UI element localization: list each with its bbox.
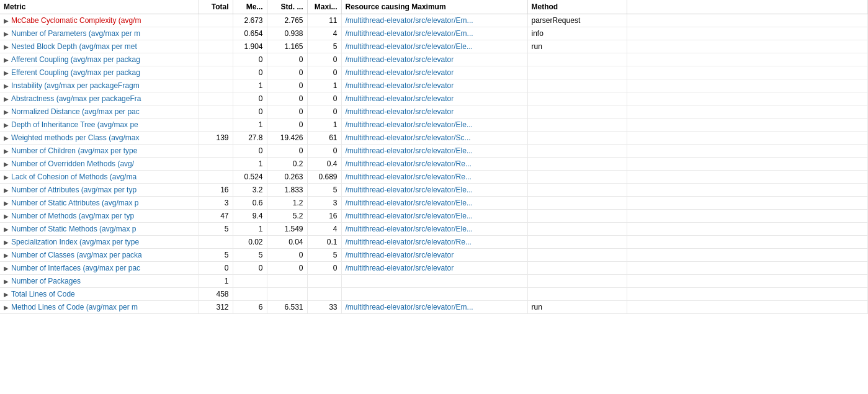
metric-cell[interactable]: ▶ McCabe Cyclomatic Complexity (avg/m	[0, 14, 199, 27]
table-row[interactable]: ▶ Normalized Distance (avg/max per pac 0…	[0, 105, 868, 119]
table-row[interactable]: ▶ Method Lines of Code (avg/max per m 31…	[0, 301, 868, 314]
expand-icon[interactable]: ▶	[4, 96, 9, 102]
col-header-method[interactable]: Method	[527, 0, 627, 14]
expand-icon[interactable]: ▶	[4, 304, 9, 311]
col-header-metric[interactable]: Metric	[0, 0, 199, 14]
metric-cell[interactable]: ▶ Instability (avg/max per packageFragm	[0, 79, 199, 92]
metric-cell[interactable]: ▶ Number of Children (avg/max per type	[0, 145, 199, 158]
expand-icon[interactable]: ▶	[4, 56, 9, 63]
metric-cell[interactable]: ▶ Lack of Cohesion of Methods (avg/ma	[0, 171, 199, 184]
expand-icon[interactable]: ▶	[4, 69, 9, 76]
metric-cell[interactable]: ▶ Specialization Index (avg/max per type	[0, 236, 199, 249]
metric-label[interactable]: Abstractness (avg/max per packageFra	[11, 94, 141, 103]
table-row[interactable]: ▶ McCabe Cyclomatic Complexity (avg/m 2.…	[0, 14, 868, 27]
metric-cell[interactable]: ▶ Number of Methods (avg/max per typ	[0, 210, 199, 223]
table-row[interactable]: ▶ Nested Block Depth (avg/max per met 1.…	[0, 40, 868, 53]
resource-cell[interactable]: /multithread-elevator/src/elevator/Ele..…	[341, 119, 527, 132]
table-row[interactable]: ▶ Number of Static Attributes (avg/max p…	[0, 197, 868, 210]
table-row[interactable]: ▶ Lack of Cohesion of Methods (avg/ma 0.…	[0, 171, 868, 184]
table-row[interactable]: ▶ Number of Children (avg/max per type 0…	[0, 145, 868, 158]
metric-cell[interactable]: ▶ Normalized Distance (avg/max per pac	[0, 105, 199, 119]
metric-label[interactable]: Number of Overridden Methods (avg/	[11, 159, 134, 168]
resource-cell[interactable]: /multithread-elevator/src/elevator/Ele..…	[341, 40, 527, 53]
col-header-mean[interactable]: Me...	[233, 0, 267, 14]
col-header-total[interactable]: Total	[199, 0, 233, 14]
metric-label[interactable]: Lack of Cohesion of Methods (avg/ma	[11, 172, 136, 181]
resource-cell[interactable]: /multithread-elevator/src/elevator	[341, 79, 527, 92]
table-row[interactable]: ▶ Number of Interfaces (avg/max per pac …	[0, 262, 868, 275]
metric-label[interactable]: Number of Interfaces (avg/max per pac	[11, 264, 140, 272]
expand-icon[interactable]: ▶	[4, 161, 9, 168]
expand-icon[interactable]: ▶	[4, 200, 9, 207]
expand-icon[interactable]: ▶	[4, 30, 9, 37]
metric-cell[interactable]: ▶ Number of Classes (avg/max per packa	[0, 249, 199, 262]
metric-label[interactable]: Normalized Distance (avg/max per pac	[11, 107, 140, 116]
expand-icon[interactable]: ▶	[4, 83, 9, 89]
expand-icon[interactable]: ▶	[4, 187, 9, 194]
resource-cell[interactable]: /multithread-elevator/src/elevator/Em...	[341, 14, 527, 27]
metric-label[interactable]: Number of Packages	[11, 277, 81, 285]
metric-label[interactable]: Method Lines of Code (avg/max per m	[11, 303, 138, 311]
metric-label[interactable]: Number of Static Methods (avg/max p	[11, 225, 136, 233]
resource-cell[interactable]: /multithread-elevator/src/elevator	[341, 105, 527, 119]
expand-icon[interactable]: ▶	[4, 122, 9, 128]
metric-label[interactable]: Instability (avg/max per packageFragm	[11, 81, 140, 90]
metric-label[interactable]: Depth of Inheritance Tree (avg/max pe	[11, 120, 138, 129]
metric-label[interactable]: Afferent Coupling (avg/max per packag	[11, 55, 140, 64]
resource-cell[interactable]: /multithread-elevator/src/elevator	[341, 92, 527, 105]
table-row[interactable]: ▶ Specialization Index (avg/max per type…	[0, 236, 868, 249]
resource-cell[interactable]: /multithread-elevator/src/elevator/Ele..…	[341, 197, 527, 210]
metric-cell[interactable]: ▶ Number of Interfaces (avg/max per pac	[0, 262, 199, 275]
resource-cell[interactable]: /multithread-elevator/src/elevator/Re...	[341, 171, 527, 184]
metric-label[interactable]: Weighted methods per Class (avg/max	[11, 133, 140, 142]
expand-icon[interactable]: ▶	[4, 278, 9, 285]
metric-cell[interactable]: ▶ Number of Static Methods (avg/max p	[0, 223, 199, 236]
metric-cell[interactable]: ▶ Afferent Coupling (avg/max per packag	[0, 53, 199, 66]
expand-icon[interactable]: ▶	[4, 226, 9, 233]
metric-label[interactable]: Number of Methods (avg/max per typ	[11, 212, 134, 220]
metric-label[interactable]: Number of Attributes (avg/max per typ	[11, 186, 136, 194]
expand-icon[interactable]: ▶	[4, 291, 9, 298]
metric-cell[interactable]: ▶ Depth of Inheritance Tree (avg/max pe	[0, 119, 199, 132]
table-row[interactable]: ▶ Depth of Inheritance Tree (avg/max pe …	[0, 119, 868, 132]
table-row[interactable]: ▶ Number of Classes (avg/max per packa 5…	[0, 249, 868, 262]
expand-icon[interactable]: ▶	[4, 265, 9, 272]
resource-cell[interactable]: /multithread-elevator/src/elevator/Ele..…	[341, 210, 527, 223]
resource-cell[interactable]: /multithread-elevator/src/elevator/Re...	[341, 236, 527, 249]
metric-label[interactable]: Number of Children (avg/max per type	[11, 146, 137, 155]
metric-label[interactable]: Number of Parameters (avg/max per m	[11, 29, 140, 38]
metric-cell[interactable]: ▶ Efferent Coupling (avg/max per packag	[0, 66, 199, 79]
metric-label[interactable]: Number of Classes (avg/max per packa	[11, 251, 142, 259]
expand-icon[interactable]: ▶	[4, 213, 9, 220]
expand-icon[interactable]: ▶	[4, 43, 9, 50]
expand-icon[interactable]: ▶	[4, 135, 9, 141]
expand-icon[interactable]: ▶	[4, 252, 9, 259]
col-header-resource[interactable]: Resource causing Maximum	[341, 0, 527, 14]
metric-cell[interactable]: ▶ Number of Attributes (avg/max per typ	[0, 184, 199, 197]
resource-cell[interactable]: /multithread-elevator/src/elevator/Ele..…	[341, 184, 527, 197]
resource-cell[interactable]	[341, 275, 527, 288]
resource-cell[interactable]: /multithread-elevator/src/elevator/Re...	[341, 158, 527, 171]
metric-cell[interactable]: ▶ Abstractness (avg/max per packageFra	[0, 92, 199, 105]
col-header-std[interactable]: Std. ...	[267, 0, 307, 14]
col-header-max[interactable]: Maxi...	[307, 0, 341, 14]
metric-cell[interactable]: ▶ Number of Overridden Methods (avg/	[0, 158, 199, 171]
resource-cell[interactable]: /multithread-elevator/src/elevator/Ele..…	[341, 145, 527, 158]
metric-cell[interactable]: ▶ Weighted methods per Class (avg/max	[0, 132, 199, 145]
metric-label[interactable]: Number of Static Attributes (avg/max p	[11, 199, 138, 207]
expand-icon[interactable]: ▶	[4, 148, 9, 154]
table-row[interactable]: ▶ Number of Packages 1	[0, 275, 868, 288]
table-row[interactable]: ▶ Weighted methods per Class (avg/max 13…	[0, 132, 868, 145]
resource-cell[interactable]	[341, 288, 527, 301]
resource-cell[interactable]: /multithread-elevator/src/elevator/Ele..…	[341, 223, 527, 236]
metric-label[interactable]: McCabe Cyclomatic Complexity (avg/m	[11, 16, 141, 25]
table-row[interactable]: ▶ Efferent Coupling (avg/max per packag …	[0, 66, 868, 79]
resource-cell[interactable]: /multithread-elevator/src/elevator/Em...	[341, 27, 527, 40]
metric-label[interactable]: Efferent Coupling (avg/max per packag	[11, 68, 140, 77]
table-row[interactable]: ▶ Number of Parameters (avg/max per m 0.…	[0, 27, 868, 40]
metric-cell[interactable]: ▶ Number of Parameters (avg/max per m	[0, 27, 199, 40]
resource-cell[interactable]: /multithread-elevator/src/elevator	[341, 66, 527, 79]
table-row[interactable]: ▶ Number of Attributes (avg/max per typ …	[0, 184, 868, 197]
metric-label[interactable]: Nested Block Depth (avg/max per met	[11, 42, 137, 51]
metric-cell[interactable]: ▶ Number of Packages	[0, 275, 199, 288]
